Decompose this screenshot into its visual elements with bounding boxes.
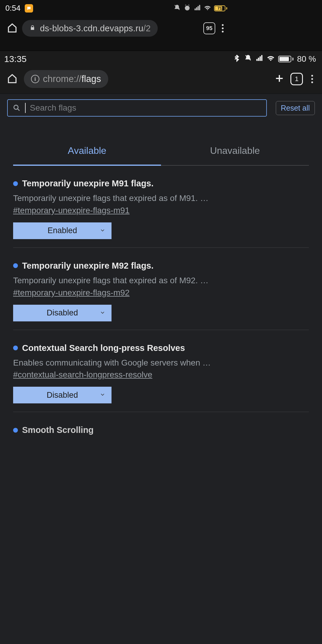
flag-anchor-link[interactable]: #contextual-search-longpress-resolve [13, 370, 152, 380]
chevron-down-icon [100, 308, 106, 318]
wifi-icon [204, 4, 211, 13]
tab-unavailable[interactable]: Unavailable [161, 138, 233, 165]
chevron-down-icon [100, 391, 106, 400]
flag-anchor-link[interactable]: #temporary-unexpire-flags-m92 [13, 288, 130, 298]
inner-chrome-toolbar: i chrome://flags 1 [0, 67, 233, 93]
flag-item: Smooth Scrolling [13, 412, 233, 435]
outer-battery-icon: 71 [214, 5, 227, 11]
outer-menu-button[interactable] [219, 23, 226, 34]
inner-url-bar[interactable]: i chrome://flags [24, 70, 108, 88]
flag-select-value: Disabled [47, 391, 78, 400]
flag-select[interactable]: Disabled [13, 305, 112, 321]
inner-home-button[interactable] [7, 73, 18, 85]
flag-item: Temporarily unexpire M92 flags. Temporar… [13, 248, 233, 330]
flag-item: Contextual Search long-press Resolves En… [13, 330, 233, 412]
flag-description: Temporarily unexpire flags that expired … [13, 275, 233, 286]
search-icon [13, 104, 21, 112]
flag-anchor-link[interactable]: #temporary-unexpire-flags-m91 [13, 206, 130, 215]
flag-select-value: Disabled [47, 308, 78, 318]
modified-bullet-icon [13, 428, 18, 433]
alarm-icon [184, 4, 191, 13]
search-input[interactable] [30, 103, 233, 113]
inner-screenshot: 13:35 80 % i chrome://flags 1 [0, 51, 233, 465]
text-cursor [25, 103, 26, 113]
flag-select[interactable]: Disabled [13, 387, 112, 403]
outer-url-text: ds-blobs-3.cdn.devapps.ru/2 [40, 24, 151, 33]
signal-icon [194, 4, 201, 13]
flag-select[interactable]: Enabled [13, 222, 112, 239]
inner-time: 13:35 [4, 54, 27, 64]
flag-item: Temporarily unexpire M91 flags. Temporar… [13, 165, 233, 248]
outer-statusbar: 0:54 71 [0, 0, 233, 16]
search-flags-box[interactable] [7, 99, 233, 117]
outer-tab-switcher[interactable]: 95 [203, 22, 215, 34]
modified-bullet-icon [13, 346, 18, 350]
flag-title: Temporarily unexpire M92 flags. [22, 261, 154, 271]
outer-home-button[interactable] [7, 22, 18, 35]
tab-available[interactable]: Available [13, 138, 161, 166]
flag-select-value: Enabled [47, 226, 77, 235]
svg-point-1 [14, 105, 18, 109]
inner-url-text: chrome://flags [43, 74, 101, 84]
outer-url-bar[interactable]: ds-blobs-3.cdn.devapps.ru/2 [22, 20, 158, 37]
flag-description: Temporarily unexpire flags that expired … [13, 193, 233, 204]
info-icon: i [31, 75, 39, 83]
modified-bullet-icon [13, 263, 18, 268]
modified-bullet-icon [13, 181, 18, 186]
flag-title: Temporarily unexpire M91 flags. [22, 179, 154, 188]
notification-app-icon [25, 4, 33, 13]
flag-title: Smooth Scrolling [22, 425, 94, 435]
chevron-down-icon [100, 226, 106, 235]
flag-description: Enables communicating with Google server… [13, 357, 233, 369]
flags-list[interactable]: Temporarily unexpire M91 flags. Temporar… [0, 165, 233, 435]
tabs: Available Unavailable [13, 138, 233, 165]
outer-time: 0:54 [5, 4, 21, 13]
dnd-icon [174, 4, 181, 13]
outer-chrome-toolbar: ds-blobs-3.cdn.devapps.ru/2 95 [0, 16, 233, 43]
flag-title: Contextual Search long-press Resolves [22, 343, 185, 353]
flags-page: Reset all Available Unavailable Temporar… [0, 93, 233, 465]
lock-icon [29, 24, 36, 32]
inner-statusbar: 13:35 80 % [0, 51, 233, 67]
